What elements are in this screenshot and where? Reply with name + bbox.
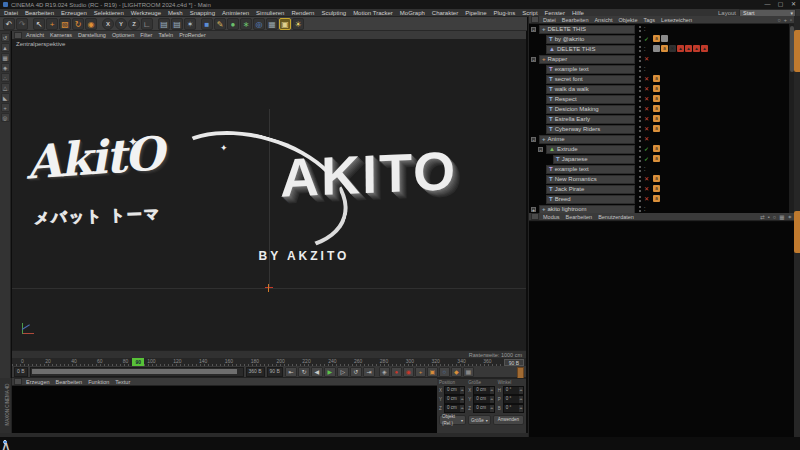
render-dot[interactable] bbox=[639, 50, 641, 52]
menu-sculpting[interactable]: Sculpting bbox=[321, 9, 346, 17]
search-icon[interactable]: ○ bbox=[778, 17, 781, 23]
editor-dot[interactable] bbox=[639, 56, 641, 58]
menu-pipeline[interactable]: Pipeline bbox=[465, 9, 486, 17]
sync-icon[interactable]: ⇄ bbox=[760, 214, 765, 220]
editor-dot[interactable] bbox=[639, 86, 641, 88]
object-menu-objekte[interactable]: Objekte bbox=[619, 17, 638, 23]
coord-value-field[interactable]: 0 °◂▸ bbox=[503, 404, 524, 413]
visibility-dots[interactable]: ✕ bbox=[637, 84, 651, 94]
red-tag-icon[interactable]: ▲ bbox=[677, 45, 684, 52]
render-picture-viewer-icon[interactable]: ▤ bbox=[171, 18, 183, 30]
menu-animieren[interactable]: Animieren bbox=[222, 9, 249, 17]
live-selection-icon[interactable]: ↖ bbox=[33, 18, 45, 30]
editor-dot[interactable] bbox=[639, 166, 641, 168]
goto-end-button[interactable]: ⇥ bbox=[363, 367, 375, 377]
object-row[interactable]: TCyberway Riders✕a bbox=[529, 124, 789, 134]
add-generator-icon[interactable]: ● bbox=[227, 18, 239, 30]
object-row[interactable]: -+DELETE THIS∶ bbox=[529, 24, 789, 34]
range-thumb[interactable] bbox=[32, 369, 238, 374]
object-menu-bearbeiten[interactable]: Bearbeiten bbox=[562, 17, 589, 23]
orange-tag-icon[interactable]: a bbox=[653, 185, 660, 192]
attribute-menu-benutzerdaten[interactable]: Benutzerdaten bbox=[598, 214, 634, 220]
expander-open-icon[interactable]: - bbox=[531, 27, 536, 32]
current-frame-field[interactable]: 90 B bbox=[267, 367, 283, 377]
lock-z-icon[interactable]: Z bbox=[128, 18, 140, 30]
current-frame-box[interactable]: 90 B bbox=[504, 359, 524, 366]
lock-y-icon[interactable]: Y bbox=[115, 18, 127, 30]
menu-erzeugen[interactable]: Erzeugen bbox=[61, 9, 87, 17]
object-row[interactable]: TBreed✕a bbox=[529, 194, 789, 204]
visibility-dots[interactable]: ✕ bbox=[637, 74, 651, 84]
attribute-menu-modus[interactable]: Modus bbox=[543, 214, 560, 220]
viewport-menu-filter[interactable]: Filter bbox=[140, 32, 152, 38]
coord-value-field[interactable]: 0 cm◂▸ bbox=[473, 395, 494, 404]
object-name-cell[interactable]: TCyberway Riders bbox=[546, 125, 635, 134]
orange-tag-icon[interactable]: a bbox=[653, 155, 660, 162]
coord-value-field[interactable]: 0 cm◂▸ bbox=[444, 386, 465, 395]
menu-simulieren[interactable]: Simulieren bbox=[256, 9, 284, 17]
attribute-menu-bearbeiten[interactable]: Bearbeiten bbox=[566, 214, 593, 220]
attribute-manager-content[interactable] bbox=[529, 222, 795, 437]
editor-dot[interactable] bbox=[639, 26, 641, 28]
visibility-dots[interactable]: ✕ bbox=[637, 104, 651, 114]
object-row[interactable]: -+Anime✕ bbox=[529, 134, 789, 144]
visibility-dots[interactable]: ✕ bbox=[637, 184, 651, 194]
object-row[interactable]: Texample text∶ bbox=[529, 164, 789, 174]
add-cube-icon[interactable]: ■ bbox=[201, 18, 213, 30]
render-dot[interactable] bbox=[639, 60, 641, 62]
add-spline-icon[interactable]: ✎ bbox=[214, 18, 226, 30]
playhead[interactable]: 90 bbox=[132, 358, 144, 366]
previous-key-button[interactable]: ◀ bbox=[311, 367, 323, 377]
object-name-cell[interactable]: +Rapper bbox=[539, 55, 635, 64]
object-row[interactable]: TEstrella Early✕a bbox=[529, 114, 789, 124]
render-dot[interactable] bbox=[639, 200, 641, 202]
object-row[interactable]: TJapanese✓a bbox=[529, 154, 789, 164]
object-name-cell[interactable]: TEstrella Early bbox=[546, 115, 635, 124]
object-row[interactable]: -+Rapper✕ bbox=[529, 54, 789, 64]
enable-axis-icon[interactable]: + bbox=[1, 103, 10, 112]
menu-selektieren[interactable]: Selektieren bbox=[94, 9, 124, 17]
object-name-cell[interactable]: ▲Extrude bbox=[546, 145, 635, 154]
object-name-cell[interactable]: TJack Pirate bbox=[546, 185, 635, 194]
render-dot[interactable] bbox=[639, 190, 641, 192]
materials-side-tab[interactable]: MAXON CINEMA 4D bbox=[0, 378, 12, 433]
stepper-icon[interactable]: ◂▸ bbox=[490, 405, 494, 412]
material-menu-erzeugen[interactable]: Erzeugen bbox=[26, 379, 50, 385]
visibility-dots[interactable]: ∶ bbox=[637, 164, 651, 174]
next-key-button[interactable]: ▷ bbox=[337, 367, 349, 377]
range-end-field[interactable]: 360 B bbox=[246, 367, 265, 377]
editor-dot[interactable] bbox=[639, 196, 641, 198]
points-mode-icon[interactable]: ∴ bbox=[1, 73, 10, 82]
coord-value-field[interactable]: 0 °◂▸ bbox=[503, 395, 524, 404]
add-mograph-icon[interactable]: ∗ bbox=[240, 18, 252, 30]
render-dot[interactable] bbox=[639, 180, 641, 182]
render-dot[interactable] bbox=[639, 30, 641, 32]
key-scale-button[interactable]: ▣ bbox=[427, 367, 438, 377]
loop-button[interactable]: ↺ bbox=[350, 367, 362, 377]
object-name-cell[interactable]: +DELETE THIS bbox=[539, 25, 635, 34]
material-menu-funktion[interactable]: Funktion bbox=[88, 379, 109, 385]
window-icon[interactable]: ▫ bbox=[790, 17, 792, 23]
expander-open-icon[interactable]: - bbox=[531, 57, 536, 62]
object-row[interactable]: Tsecret font✕a bbox=[529, 74, 789, 84]
panel-grip-icon[interactable] bbox=[531, 213, 539, 220]
editor-dot[interactable] bbox=[639, 206, 641, 208]
orange-tag-icon[interactable]: a bbox=[653, 125, 660, 132]
visibility-dots[interactable]: ✕ bbox=[637, 174, 651, 184]
render-dot[interactable] bbox=[639, 70, 641, 72]
key-rotation-button[interactable]: ○ bbox=[439, 367, 450, 377]
orange-tag-icon[interactable]: a bbox=[653, 115, 660, 122]
menu-werkzeuge[interactable]: Werkzeuge bbox=[131, 9, 161, 17]
play-forwards-button[interactable]: ▶ bbox=[324, 367, 336, 377]
red-tag-icon[interactable]: ▲ bbox=[693, 45, 700, 52]
editor-dot[interactable] bbox=[639, 156, 641, 158]
menu-snapping[interactable]: Snapping bbox=[190, 9, 215, 17]
render-dot[interactable] bbox=[639, 110, 641, 112]
panel-grip-icon[interactable] bbox=[14, 378, 22, 385]
render-dot[interactable] bbox=[639, 170, 641, 172]
coord-value-field[interactable]: 0 °◂▸ bbox=[503, 386, 524, 395]
orange-tag-icon[interactable]: a bbox=[653, 35, 660, 42]
object-name-cell[interactable]: TDesicion Making bbox=[546, 105, 635, 114]
stepper-icon[interactable]: ◂▸ bbox=[490, 396, 494, 403]
render-dot[interactable] bbox=[639, 130, 641, 132]
